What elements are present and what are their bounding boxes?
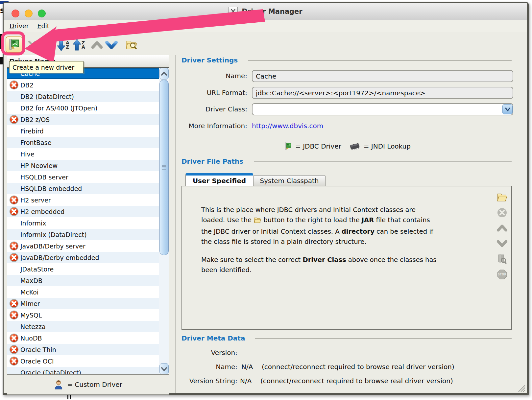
custom-driver-legend: = Custom Driver bbox=[7, 374, 169, 394]
scrollbar-up-button[interactable] bbox=[159, 68, 169, 80]
driver-paths-instructions: This is the place where JDBC drivers and… bbox=[201, 205, 491, 283]
toolbar-separator bbox=[122, 36, 122, 51]
folder-search-icon bbox=[125, 38, 138, 51]
sort-descending-button[interactable]: AZ bbox=[56, 37, 71, 53]
menu-item-edit[interactable]: Edit bbox=[35, 22, 52, 30]
move-file-up-button[interactable] bbox=[496, 223, 508, 234]
move-up-button[interactable] bbox=[90, 38, 104, 52]
driver-name-label: McKoi bbox=[20, 289, 38, 296]
instruction-paragraph: Make sure to select the correct Driver C… bbox=[201, 255, 491, 275]
scrollbar-thumb[interactable] bbox=[159, 80, 169, 255]
resize-grip[interactable] bbox=[517, 383, 525, 392]
background-fragment bbox=[0, 57, 3, 64]
driver-list-item[interactable]: FrontBase bbox=[7, 137, 169, 148]
driver-name-label: MySQL bbox=[20, 312, 42, 319]
chevron-down-icon bbox=[505, 107, 510, 111]
driver-list-item[interactable]: HP Neoview bbox=[7, 160, 169, 171]
jndi-chip-icon bbox=[349, 142, 360, 150]
move-file-down-button[interactable] bbox=[496, 238, 508, 249]
driver-list-item[interactable]: H2 embedded bbox=[7, 206, 169, 217]
name-field[interactable] bbox=[252, 70, 513, 82]
tab-user-specified[interactable]: User Specified bbox=[185, 173, 253, 186]
driver-name-label: HSQLDB embedded bbox=[20, 185, 82, 192]
driver-settings-title: Driver Settings bbox=[181, 56, 238, 64]
url-format-field[interactable] bbox=[252, 87, 513, 99]
driver-class-field[interactable] bbox=[252, 103, 513, 115]
sort-descending-icon bbox=[57, 38, 65, 52]
chevron-down-icon bbox=[105, 40, 118, 50]
driver-list-item[interactable]: Oracle Thin bbox=[7, 344, 169, 355]
scrollbar-down-button[interactable] bbox=[159, 363, 169, 375]
remove-file-button[interactable] bbox=[496, 207, 508, 218]
title-group: Driver Manager bbox=[4, 3, 527, 20]
driver-file-paths-title: Driver File Paths bbox=[181, 157, 243, 165]
jdbc-driver-legend-label: = JDBC Driver bbox=[295, 142, 341, 150]
driver-name-label: H2 server bbox=[20, 197, 51, 204]
driver-list-item[interactable]: DB2 z/OS bbox=[7, 114, 169, 125]
chevron-down-icon bbox=[161, 367, 167, 371]
dbvis-link[interactable]: http://www.dbvis.com bbox=[252, 122, 323, 130]
driver-list-item[interactable]: DB2 bbox=[7, 79, 169, 91]
driver-list-item[interactable]: Informix bbox=[7, 217, 169, 229]
driver-list-item[interactable]: MySQL bbox=[7, 309, 169, 321]
remove-x-circle-icon bbox=[497, 207, 507, 218]
driver-list-item[interactable]: Hive bbox=[7, 148, 169, 160]
create-driver-button[interactable] bbox=[6, 36, 23, 53]
driver-list-item[interactable]: H2 server bbox=[7, 194, 169, 206]
driver-error-icon bbox=[9, 115, 19, 124]
driver-meta-data-title: Driver Meta Data bbox=[181, 334, 245, 342]
tab-system-classpath[interactable]: System Classpath bbox=[253, 175, 326, 186]
driver-list-item[interactable]: DB2 for AS/400 (JTOpen) bbox=[7, 102, 169, 114]
driver-error-icon bbox=[9, 80, 19, 90]
chevron-up-icon bbox=[496, 224, 508, 232]
driver-list-item[interactable]: Mimer bbox=[7, 298, 169, 309]
find-driver-class-button[interactable] bbox=[496, 253, 508, 265]
find-driver-files-button[interactable] bbox=[124, 37, 139, 52]
toolbar-separator bbox=[54, 36, 54, 51]
delete-driver-button[interactable] bbox=[27, 39, 38, 50]
driver-list-item[interactable]: HSQLDB embedded bbox=[7, 183, 169, 194]
driver-list-item[interactable]: Informix (DataDirect) bbox=[7, 229, 169, 240]
driver-list-item[interactable]: JavaDB/Derby embedded bbox=[7, 252, 169, 263]
menu-item-driver[interactable]: Driver bbox=[7, 22, 31, 30]
person-icon bbox=[54, 380, 63, 389]
sort-ascending-button[interactable]: ZA bbox=[71, 37, 86, 53]
menu-bar: DriverEdit bbox=[4, 20, 527, 32]
driver-list-item[interactable]: JavaDB/Derby server bbox=[7, 240, 169, 252]
driver-name-label: JavaDB/Derby server bbox=[20, 243, 85, 250]
driver-list-scrollbar[interactable] bbox=[159, 68, 169, 375]
driver-name-label: Firebird bbox=[20, 128, 44, 135]
stop-label: STOP bbox=[496, 273, 508, 276]
driver-list-item[interactable]: JDataStore bbox=[7, 263, 169, 275]
open-folder-icon bbox=[254, 216, 261, 226]
driver-list-item[interactable]: MaxDB bbox=[7, 275, 169, 286]
move-down-button[interactable] bbox=[104, 38, 119, 52]
driver-class-label: Driver Class: bbox=[182, 105, 247, 113]
sort-letter-z: Z bbox=[66, 45, 69, 49]
version-string-note: (connect/reconnect required to browse re… bbox=[260, 377, 453, 385]
name-label: Name: bbox=[182, 72, 247, 80]
sort-letter-a: A bbox=[82, 45, 85, 49]
toolbar-separator bbox=[88, 36, 88, 51]
file-path-actions: STOP bbox=[496, 192, 509, 280]
url-format-label: URL Format: bbox=[182, 89, 247, 97]
custom-driver-legend-label: = Custom Driver bbox=[67, 381, 122, 388]
driver-error-icon bbox=[9, 345, 19, 354]
driver-list-item[interactable]: Oracle (DataDirect) bbox=[7, 367, 169, 375]
stop-search-button[interactable]: STOP bbox=[496, 269, 508, 280]
open-folder-button[interactable] bbox=[496, 192, 508, 203]
driver-list-item[interactable]: McKoi bbox=[7, 286, 169, 298]
open-folder-icon bbox=[496, 192, 508, 202]
driver-list-item[interactable]: Firebird bbox=[7, 125, 169, 137]
driver-list-item[interactable]: Oracle OCI bbox=[7, 355, 169, 367]
driver-name-label: FrontBase bbox=[20, 139, 51, 146]
driver-details-panel: Driver Settings Name: URL Format: Driver… bbox=[175, 55, 527, 393]
driver-class-dropdown-button[interactable] bbox=[502, 104, 513, 114]
driver-name-label: Hive bbox=[20, 151, 35, 158]
driver-name-label: Oracle Thin bbox=[20, 346, 56, 353]
driver-list-item[interactable]: DB2 (DataDirect) bbox=[7, 91, 169, 102]
driver-list-item[interactable]: NuoDB bbox=[7, 332, 169, 344]
section-divider bbox=[255, 338, 512, 339]
driver-list-item[interactable]: HSQLDB server bbox=[7, 171, 169, 183]
driver-list-item[interactable]: Netezza bbox=[7, 321, 169, 332]
